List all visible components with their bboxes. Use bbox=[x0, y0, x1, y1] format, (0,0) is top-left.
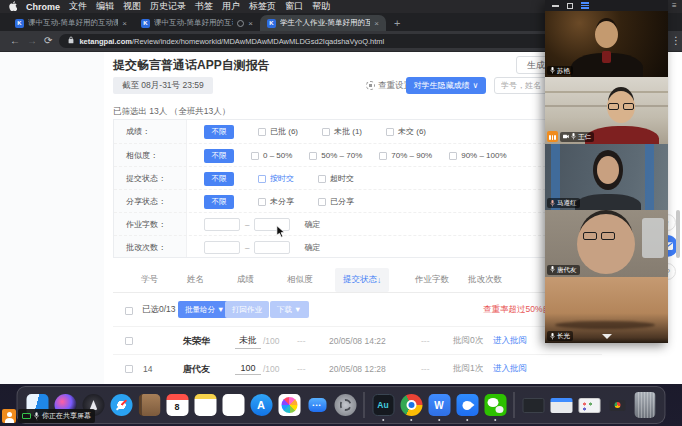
tab-3-active[interactable]: K 学生个人作业-简单好用的互动 × bbox=[260, 15, 386, 31]
checkbox[interactable] bbox=[258, 198, 266, 206]
dock-appstore[interactable]: A bbox=[249, 388, 274, 422]
option-overtime[interactable]: 超时交 bbox=[318, 173, 354, 184]
option-sim-90-100[interactable]: 90% – 100% bbox=[449, 151, 506, 160]
menu-people[interactable]: 用户 bbox=[222, 0, 240, 13]
menu-window[interactable]: 窗口 bbox=[285, 0, 303, 13]
checkbox[interactable] bbox=[379, 152, 387, 160]
reload-button[interactable]: ⟳ bbox=[44, 36, 52, 46]
col-score[interactable]: 成绩 bbox=[237, 268, 254, 292]
tab-2-close-icon[interactable]: × bbox=[248, 19, 253, 28]
minimize-icon[interactable] bbox=[552, 5, 559, 7]
checkbox[interactable] bbox=[386, 128, 394, 136]
forward-button[interactable]: → bbox=[27, 36, 37, 46]
video-tile-1[interactable]: 苏艳 bbox=[545, 11, 668, 77]
review-count-max-input[interactable] bbox=[254, 241, 290, 254]
dock-trash[interactable] bbox=[633, 388, 658, 422]
dock-minimized-window-wps[interactable] bbox=[549, 388, 574, 422]
col-submit-status-sorted[interactable]: 提交状态↓ bbox=[335, 268, 389, 292]
menubar-extra-icon[interactable]: ≡ bbox=[672, 1, 677, 10]
row-checkbox[interactable] bbox=[125, 337, 133, 345]
col-word-count[interactable]: 作业字数 bbox=[415, 268, 449, 292]
table-row[interactable]: 14 唐代友 100/100 --- 20/05/08 12:28 --- 批阅… bbox=[113, 354, 602, 383]
option-shared[interactable]: 已分享 bbox=[318, 196, 354, 207]
menu-view[interactable]: 视图 bbox=[123, 0, 141, 13]
cell-score[interactable]: 100/100 bbox=[235, 355, 280, 383]
checkbox[interactable] bbox=[258, 128, 266, 136]
dock-wechat[interactable] bbox=[483, 388, 508, 422]
checkbox[interactable] bbox=[258, 175, 266, 183]
checkbox[interactable] bbox=[318, 175, 326, 183]
dock-contacts[interactable] bbox=[137, 388, 162, 422]
checkbox[interactable] bbox=[318, 198, 326, 206]
dock-reminders[interactable] bbox=[221, 388, 246, 422]
restore-window-icon[interactable] bbox=[567, 3, 573, 9]
video-tile-3[interactable]: 马遵红 bbox=[545, 144, 668, 210]
option-sim-0-50[interactable]: 0 – 50% bbox=[251, 151, 292, 160]
video-tile-4[interactable]: 唐代友 bbox=[545, 210, 668, 276]
option-not-shared[interactable]: 未分享 bbox=[258, 196, 294, 207]
return-homework-button[interactable]: 打回作业 bbox=[225, 301, 269, 318]
dock-system-preferences[interactable] bbox=[333, 388, 358, 422]
col-name[interactable]: 姓名 bbox=[187, 268, 204, 292]
unlimited-button[interactable]: 不限 bbox=[204, 149, 234, 163]
menubar-app-name[interactable]: Chrome bbox=[26, 2, 60, 12]
word-count-confirm-button[interactable]: 确定 bbox=[304, 219, 320, 230]
dock-minimized-window-audition[interactable] bbox=[521, 388, 546, 422]
share-status-chip[interactable]: 你正在共享屏幕 bbox=[18, 409, 95, 423]
menu-file[interactable]: 文件 bbox=[69, 0, 87, 13]
enter-review-link[interactable]: 进入批阅 bbox=[493, 355, 527, 383]
dock-minimized-window-files[interactable] bbox=[577, 388, 602, 422]
unlimited-button[interactable]: 不限 bbox=[204, 125, 234, 139]
video-tile-5[interactable]: 长光 bbox=[545, 277, 668, 343]
dock-chrome[interactable] bbox=[399, 388, 424, 422]
option-unsubmitted[interactable]: 未交 (6) bbox=[386, 126, 426, 137]
row-checkbox[interactable] bbox=[125, 365, 133, 373]
tab-2[interactable]: K 课中互动-简单好用的互动课 × bbox=[134, 15, 260, 31]
option-on-time[interactable]: 按时交 bbox=[258, 173, 294, 184]
back-button[interactable]: ← bbox=[10, 36, 20, 46]
menu-history[interactable]: 历史记录 bbox=[150, 0, 186, 13]
download-button[interactable]: 下载 ▼ bbox=[270, 301, 309, 318]
unlimited-button[interactable]: 不限 bbox=[204, 195, 234, 209]
tab-3-close-icon[interactable]: × bbox=[374, 19, 379, 28]
dock-messages[interactable]: ••• bbox=[305, 388, 330, 422]
dock-notes[interactable] bbox=[193, 388, 218, 422]
option-reviewed[interactable]: 已批 (6) bbox=[258, 126, 298, 137]
chrome-menu-icon[interactable]: ⋮ bbox=[671, 35, 681, 46]
dock-tencent-meeting[interactable] bbox=[455, 388, 480, 422]
menu-edit[interactable]: 编辑 bbox=[96, 0, 114, 13]
cell-score[interactable]: 未批/100 bbox=[235, 327, 280, 355]
dock-audition[interactable]: Au bbox=[371, 388, 396, 422]
enter-review-link[interactable]: 进入批阅 bbox=[493, 327, 527, 355]
tab-1-close-icon[interactable]: × bbox=[122, 19, 127, 28]
col-similarity[interactable]: 相似度 bbox=[287, 268, 313, 292]
review-count-confirm-button[interactable]: 确定 bbox=[304, 242, 320, 253]
table-row[interactable]: 朱荣华 未批/100 --- 20/05/08 14:22 --- 批阅0次 进… bbox=[113, 326, 602, 355]
tab-1[interactable]: K 课中互动-简单好用的互动课堂 × bbox=[8, 15, 134, 31]
dock-calendar[interactable]: 8 bbox=[165, 388, 190, 422]
menu-help[interactable]: 帮助 bbox=[312, 0, 330, 13]
menu-tabs[interactable]: 标签页 bbox=[249, 0, 276, 13]
checkbox[interactable] bbox=[449, 152, 457, 160]
checkbox[interactable] bbox=[251, 152, 259, 160]
new-tab-button[interactable]: + bbox=[394, 17, 400, 29]
word-count-min-input[interactable] bbox=[204, 218, 240, 231]
menu-bookmarks[interactable]: 书签 bbox=[195, 0, 213, 13]
apple-menu-icon[interactable] bbox=[9, 1, 17, 13]
dock-safari[interactable] bbox=[109, 388, 134, 422]
dock-photos[interactable] bbox=[277, 388, 302, 422]
menu-lines-icon[interactable] bbox=[581, 2, 589, 9]
option-sim-70-90[interactable]: 70% – 90% bbox=[379, 151, 432, 160]
checkbox[interactable] bbox=[309, 152, 317, 160]
col-student-id[interactable]: 学号 bbox=[141, 268, 158, 292]
scroll-more-icon[interactable] bbox=[602, 334, 612, 339]
dock-wps[interactable]: W bbox=[427, 388, 452, 422]
checkbox[interactable] bbox=[322, 128, 330, 136]
col-review-count[interactable]: 批改次数 bbox=[468, 268, 502, 292]
bulk-grade-button[interactable]: 批量给分 ▼ bbox=[178, 301, 232, 318]
video-tile-2-speaking[interactable]: 王仁 bbox=[545, 77, 668, 143]
option-sim-50-70[interactable]: 50% – 70% bbox=[309, 151, 362, 160]
option-unreviewed[interactable]: 未批 (1) bbox=[322, 126, 362, 137]
page-scrollbar[interactable] bbox=[676, 210, 680, 258]
hide-score-button[interactable]: 对学生隐藏成绩∨ bbox=[406, 77, 486, 94]
